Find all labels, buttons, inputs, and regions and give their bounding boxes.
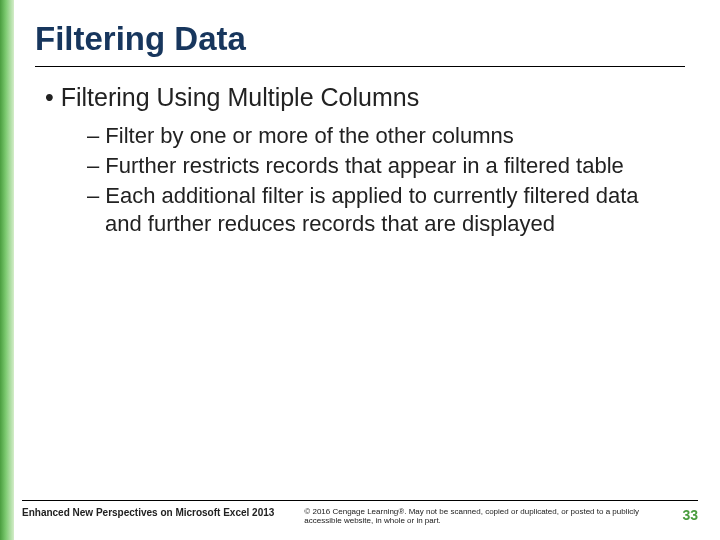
sub-bullet-item: Each additional filter is applied to cur… — [87, 182, 675, 238]
slide-content: Filtering Data Filtering Using Multiple … — [0, 0, 720, 239]
footer-book-title: Enhanced New Perspectives on Microsoft E… — [22, 507, 274, 518]
left-accent-bar — [0, 0, 14, 540]
sub-bullet-item: Further restricts records that appear in… — [87, 152, 675, 180]
main-bullet: Filtering Using Multiple Columns — [45, 83, 685, 112]
page-number: 33 — [682, 507, 698, 523]
footer: Enhanced New Perspectives on Microsoft E… — [22, 500, 698, 526]
sub-bullet-item: Filter by one or more of the other colum… — [87, 122, 675, 150]
footer-copyright: © 2016 Cengage Learning®. May not be sca… — [274, 507, 682, 526]
sub-bullet-list: Filter by one or more of the other colum… — [87, 122, 675, 239]
page-title: Filtering Data — [35, 20, 685, 67]
